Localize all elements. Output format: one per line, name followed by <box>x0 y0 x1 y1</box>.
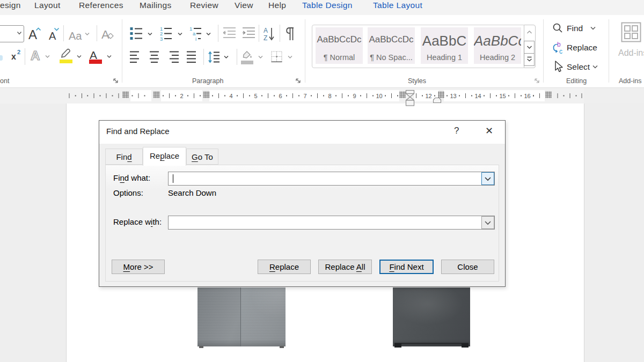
svg-text:Z: Z <box>264 34 267 41</box>
svg-text:10: 10 <box>376 93 382 99</box>
svg-text:13: 13 <box>450 93 456 99</box>
svg-text:2: 2 <box>180 93 183 99</box>
svg-text:16: 16 <box>524 93 530 99</box>
svg-text:15: 15 <box>499 93 506 99</box>
svg-text:b: b <box>557 41 561 48</box>
svg-text:5: 5 <box>254 93 257 99</box>
svg-text:9: 9 <box>353 93 356 99</box>
svg-text:14: 14 <box>474 93 481 99</box>
svg-text:3: 3 <box>160 36 163 41</box>
svg-text:12: 12 <box>425 93 431 99</box>
svg-text:8: 8 <box>328 93 331 99</box>
svg-text:1: 1 <box>189 26 192 32</box>
svg-text:7: 7 <box>303 93 306 99</box>
svg-text:A: A <box>264 27 268 34</box>
svg-text:c: c <box>559 48 562 55</box>
svg-text:i: i <box>195 36 196 41</box>
svg-text:4: 4 <box>229 93 232 99</box>
svg-text:6: 6 <box>279 93 282 99</box>
